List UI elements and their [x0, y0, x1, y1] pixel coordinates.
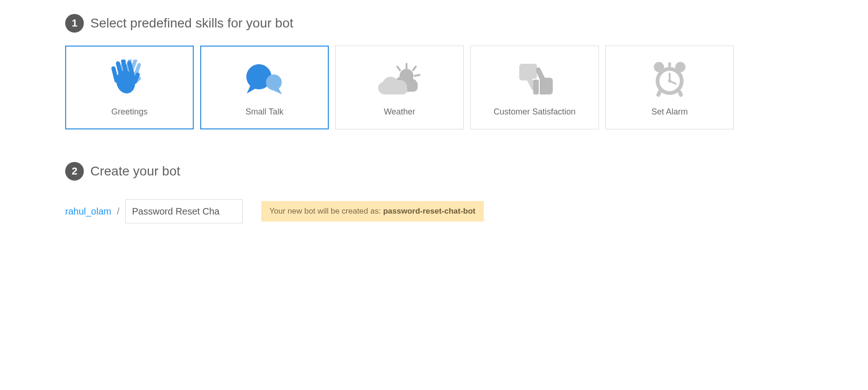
- skill-label: Weather: [384, 107, 415, 117]
- step-2-title: Create your bot: [90, 164, 180, 179]
- skill-card-weather[interactable]: Weather: [335, 46, 464, 129]
- skill-card-customer-satisfaction[interactable]: Customer Satisfaction: [470, 46, 599, 129]
- skill-label: Set Alarm: [651, 107, 688, 117]
- step-2-badge: 2: [65, 162, 84, 181]
- bot-slug-notice: Your new bot will be created as: passwor…: [261, 201, 484, 222]
- weather-icon: [374, 59, 425, 101]
- svg-line-18: [413, 67, 416, 70]
- bot-name-input[interactable]: [125, 199, 243, 223]
- thumbs-icon: [509, 59, 560, 101]
- skill-label: Greetings: [111, 107, 148, 117]
- chat-icon: [241, 59, 288, 101]
- create-bot-row: rahul_olam / Your new bot will be create…: [65, 199, 803, 223]
- svg-rect-29: [533, 80, 539, 94]
- step-1-title: Select predefined skills for your bot: [90, 16, 293, 31]
- svg-point-39: [668, 80, 671, 83]
- svg-line-17: [397, 67, 400, 70]
- skill-card-set-alarm[interactable]: Set Alarm: [605, 46, 734, 129]
- path-separator: /: [117, 206, 120, 217]
- hands-icon: [104, 59, 155, 101]
- svg-point-14: [266, 74, 282, 90]
- alarm-icon: [649, 59, 691, 101]
- skill-label: Small Talk: [245, 107, 284, 117]
- svg-rect-32: [668, 62, 671, 67]
- username-link[interactable]: rahul_olam: [65, 206, 111, 217]
- skill-card-small-talk[interactable]: Small Talk: [200, 46, 329, 129]
- notice-slug: password-reset-chat-bot: [383, 207, 475, 215]
- svg-rect-27: [380, 85, 407, 94]
- notice-prefix: Your new bot will be created as:: [270, 207, 383, 215]
- skill-card-greetings[interactable]: Greetings: [65, 46, 194, 129]
- svg-line-19: [415, 75, 420, 76]
- step-1-header: 1 Select predefined skills for your bot: [65, 14, 803, 33]
- skills-grid: Greetings Small Talk: [65, 46, 803, 129]
- skill-label: Customer Satisfaction: [494, 107, 576, 117]
- step-1-badge: 1: [65, 14, 84, 33]
- step-2-header: 2 Create your bot: [65, 162, 803, 181]
